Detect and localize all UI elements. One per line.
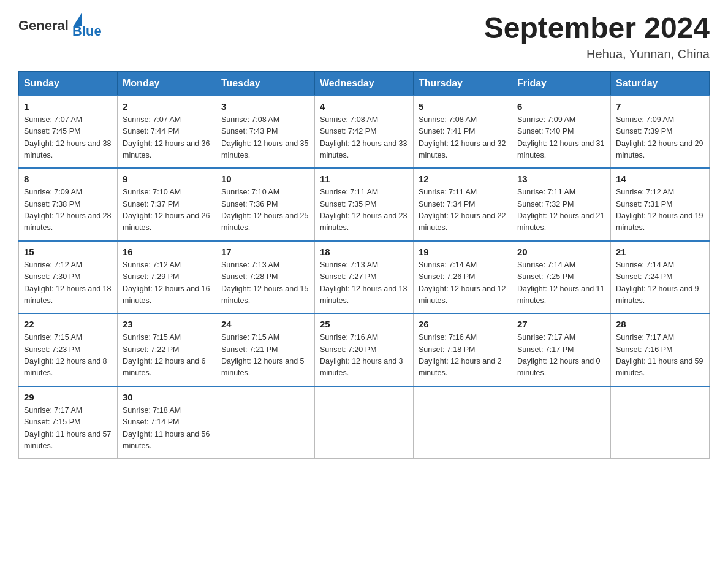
day-info: Sunrise: 7:07 AMSunset: 7:44 PMDaylight:… <box>123 115 210 159</box>
day-info: Sunrise: 7:18 AMSunset: 7:14 PMDaylight:… <box>123 406 210 450</box>
calendar-cell: 1Sunrise: 7:07 AMSunset: 7:45 PMDaylight… <box>19 96 118 169</box>
calendar-cell: 4Sunrise: 7:08 AMSunset: 7:42 PMDaylight… <box>315 96 414 169</box>
calendar-cell: 30Sunrise: 7:18 AMSunset: 7:14 PMDayligh… <box>118 386 216 459</box>
day-info: Sunrise: 7:10 AMSunset: 7:36 PMDaylight:… <box>221 188 308 232</box>
calendar-cell: 15Sunrise: 7:12 AMSunset: 7:30 PMDayligh… <box>19 241 118 314</box>
day-number: 22 <box>24 319 112 329</box>
day-number: 13 <box>517 174 605 184</box>
calendar-cell <box>611 386 710 459</box>
calendar-cell: 21Sunrise: 7:14 AMSunset: 7:24 PMDayligh… <box>611 241 710 314</box>
calendar-cell: 25Sunrise: 7:16 AMSunset: 7:20 PMDayligh… <box>315 313 414 386</box>
day-number: 15 <box>24 247 112 257</box>
day-number: 20 <box>517 247 605 257</box>
day-info: Sunrise: 7:17 AMSunset: 7:17 PMDaylight:… <box>517 333 601 377</box>
day-info: Sunrise: 7:11 AMSunset: 7:35 PMDaylight:… <box>320 188 407 232</box>
day-info: Sunrise: 7:15 AMSunset: 7:22 PMDaylight:… <box>123 333 206 377</box>
calendar-cell: 22Sunrise: 7:15 AMSunset: 7:23 PMDayligh… <box>19 313 118 386</box>
day-number: 23 <box>123 319 211 329</box>
day-number: 14 <box>616 174 704 184</box>
col-saturday: Saturday <box>611 71 710 96</box>
day-info: Sunrise: 7:08 AMSunset: 7:43 PMDaylight:… <box>221 115 308 159</box>
calendar-cell: 6Sunrise: 7:09 AMSunset: 7:40 PMDaylight… <box>512 96 611 169</box>
day-info: Sunrise: 7:17 AMSunset: 7:16 PMDaylight:… <box>616 333 703 377</box>
day-info: Sunrise: 7:16 AMSunset: 7:20 PMDaylight:… <box>320 333 403 377</box>
day-info: Sunrise: 7:15 AMSunset: 7:23 PMDaylight:… <box>24 333 107 377</box>
calendar-week-row: 8Sunrise: 7:09 AMSunset: 7:38 PMDaylight… <box>19 168 710 241</box>
calendar-table: Sunday Monday Tuesday Wednesday Thursday… <box>18 71 710 459</box>
logo-general: General <box>18 18 69 34</box>
day-number: 28 <box>616 319 704 329</box>
day-number: 26 <box>419 319 507 329</box>
calendar-cell: 9Sunrise: 7:10 AMSunset: 7:37 PMDaylight… <box>118 168 216 241</box>
day-number: 11 <box>320 174 408 184</box>
day-info: Sunrise: 7:07 AMSunset: 7:45 PMDaylight:… <box>24 115 111 159</box>
calendar-cell <box>216 386 315 459</box>
day-info: Sunrise: 7:16 AMSunset: 7:18 PMDaylight:… <box>419 333 502 377</box>
calendar-cell: 19Sunrise: 7:14 AMSunset: 7:26 PMDayligh… <box>414 241 512 314</box>
calendar-cell <box>512 386 611 459</box>
day-number: 17 <box>221 247 309 257</box>
day-number: 27 <box>517 319 605 329</box>
calendar-cell: 27Sunrise: 7:17 AMSunset: 7:17 PMDayligh… <box>512 313 611 386</box>
calendar-cell: 13Sunrise: 7:11 AMSunset: 7:32 PMDayligh… <box>512 168 611 241</box>
calendar-header-row: Sunday Monday Tuesday Wednesday Thursday… <box>19 71 710 96</box>
location: Hehua, Yunnan, China <box>484 47 710 61</box>
day-number: 4 <box>320 101 408 112</box>
day-info: Sunrise: 7:09 AMSunset: 7:38 PMDaylight:… <box>24 188 111 232</box>
calendar-week-row: 1Sunrise: 7:07 AMSunset: 7:45 PMDaylight… <box>19 96 710 169</box>
day-info: Sunrise: 7:15 AMSunset: 7:21 PMDaylight:… <box>221 333 305 377</box>
day-number: 10 <box>221 174 309 184</box>
day-number: 5 <box>419 101 507 112</box>
calendar-cell: 12Sunrise: 7:11 AMSunset: 7:34 PMDayligh… <box>414 168 512 241</box>
logo: General Blue <box>18 12 102 39</box>
calendar-cell <box>315 386 414 459</box>
calendar-week-row: 29Sunrise: 7:17 AMSunset: 7:15 PMDayligh… <box>19 386 710 459</box>
day-number: 30 <box>123 392 211 402</box>
calendar-cell: 29Sunrise: 7:17 AMSunset: 7:15 PMDayligh… <box>19 386 118 459</box>
day-number: 8 <box>24 174 112 184</box>
calendar-cell: 14Sunrise: 7:12 AMSunset: 7:31 PMDayligh… <box>611 168 710 241</box>
col-thursday: Thursday <box>414 71 512 96</box>
col-wednesday: Wednesday <box>315 71 414 96</box>
day-info: Sunrise: 7:12 AMSunset: 7:31 PMDaylight:… <box>616 188 703 232</box>
calendar-week-row: 22Sunrise: 7:15 AMSunset: 7:23 PMDayligh… <box>19 313 710 386</box>
col-friday: Friday <box>512 71 611 96</box>
calendar-cell <box>414 386 512 459</box>
calendar-cell: 17Sunrise: 7:13 AMSunset: 7:28 PMDayligh… <box>216 241 315 314</box>
calendar-week-row: 15Sunrise: 7:12 AMSunset: 7:30 PMDayligh… <box>19 241 710 314</box>
day-number: 16 <box>123 247 211 257</box>
calendar-cell: 10Sunrise: 7:10 AMSunset: 7:36 PMDayligh… <box>216 168 315 241</box>
calendar-cell: 20Sunrise: 7:14 AMSunset: 7:25 PMDayligh… <box>512 241 611 314</box>
day-info: Sunrise: 7:13 AMSunset: 7:28 PMDaylight:… <box>221 261 308 305</box>
day-info: Sunrise: 7:08 AMSunset: 7:42 PMDaylight:… <box>320 115 407 159</box>
day-info: Sunrise: 7:09 AMSunset: 7:39 PMDaylight:… <box>616 115 703 159</box>
day-number: 1 <box>24 101 112 112</box>
calendar-cell: 8Sunrise: 7:09 AMSunset: 7:38 PMDaylight… <box>19 168 118 241</box>
day-info: Sunrise: 7:11 AMSunset: 7:32 PMDaylight:… <box>517 188 604 232</box>
calendar-cell: 24Sunrise: 7:15 AMSunset: 7:21 PMDayligh… <box>216 313 315 386</box>
day-number: 7 <box>616 101 704 112</box>
calendar-cell: 5Sunrise: 7:08 AMSunset: 7:41 PMDaylight… <box>414 96 512 169</box>
day-number: 9 <box>123 174 211 184</box>
day-info: Sunrise: 7:12 AMSunset: 7:30 PMDaylight:… <box>24 261 111 305</box>
calendar-cell: 2Sunrise: 7:07 AMSunset: 7:44 PMDaylight… <box>118 96 216 169</box>
day-number: 12 <box>419 174 507 184</box>
day-number: 2 <box>123 101 211 112</box>
calendar-cell: 28Sunrise: 7:17 AMSunset: 7:16 PMDayligh… <box>611 313 710 386</box>
day-info: Sunrise: 7:14 AMSunset: 7:24 PMDaylight:… <box>616 261 699 305</box>
day-info: Sunrise: 7:14 AMSunset: 7:25 PMDaylight:… <box>517 261 604 305</box>
day-info: Sunrise: 7:17 AMSunset: 7:15 PMDaylight:… <box>24 406 111 450</box>
day-info: Sunrise: 7:12 AMSunset: 7:29 PMDaylight:… <box>123 261 210 305</box>
title-block: September 2024 Hehua, Yunnan, China <box>484 12 710 61</box>
day-info: Sunrise: 7:08 AMSunset: 7:41 PMDaylight:… <box>419 115 506 159</box>
calendar-cell: 18Sunrise: 7:13 AMSunset: 7:27 PMDayligh… <box>315 241 414 314</box>
calendar-cell: 26Sunrise: 7:16 AMSunset: 7:18 PMDayligh… <box>414 313 512 386</box>
calendar-cell: 16Sunrise: 7:12 AMSunset: 7:29 PMDayligh… <box>118 241 216 314</box>
day-info: Sunrise: 7:14 AMSunset: 7:26 PMDaylight:… <box>419 261 506 305</box>
day-number: 21 <box>616 247 704 257</box>
day-number: 19 <box>419 247 507 257</box>
day-number: 24 <box>221 319 309 329</box>
day-number: 25 <box>320 319 408 329</box>
calendar-cell: 11Sunrise: 7:11 AMSunset: 7:35 PMDayligh… <box>315 168 414 241</box>
day-info: Sunrise: 7:09 AMSunset: 7:40 PMDaylight:… <box>517 115 604 159</box>
